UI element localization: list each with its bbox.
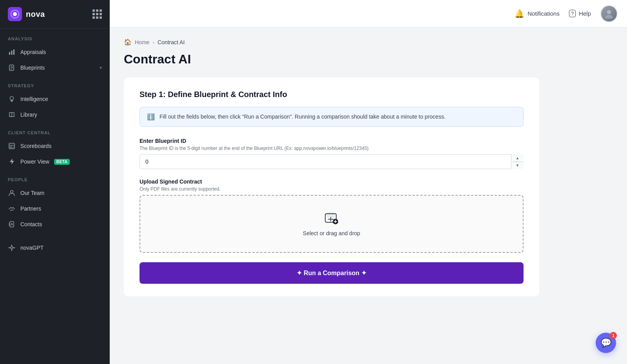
breadcrumb: 🏠 Home › Contract AI <box>124 38 613 46</box>
info-banner: ℹ️ Fill out the fields below, then click… <box>140 107 524 127</box>
sidebar-item-our-team[interactable]: Our Team <box>0 185 110 201</box>
main-content: 🔔 Notifications ? Help 🏠 Home › Contract… <box>110 0 627 364</box>
upload-hint: Only PDF files are currently supported. <box>140 186 524 192</box>
upload-field: Upload Signed Contract Only PDF files ar… <box>140 178 524 253</box>
breadcrumb-current: Contract AI <box>158 39 185 45</box>
sidebar-item-library[interactable]: Library <box>0 107 110 123</box>
lightbulb-icon <box>8 95 16 103</box>
notifications-label: Notifications <box>527 10 560 17</box>
sidebar-item-blueprints[interactable]: Blueprints ▾ <box>0 60 110 76</box>
sidebar-section-title-strategy: STRATEGY <box>0 83 110 91</box>
sidebar-section-people: PEOPLE Our Team Partners Contacts <box>0 169 110 232</box>
logo-text: nova <box>26 10 45 19</box>
book-icon <box>8 64 16 72</box>
contact-book-icon <box>8 220 16 228</box>
user-avatar[interactable] <box>600 5 618 22</box>
page-main: 🏠 Home › Contract AI Contract AI Step 1:… <box>110 27 627 364</box>
step-title: Step 1: Define Blueprint & Contract Info <box>140 90 524 99</box>
upload-label: Upload Signed Contract <box>140 178 524 185</box>
help-button[interactable]: ? Help <box>569 10 591 17</box>
sidebar-item-intelligence[interactable]: Intelligence <box>0 91 110 107</box>
sidebar-item-label-scoreboards: Scoreboards <box>20 143 51 149</box>
upload-icon <box>324 211 339 225</box>
table-icon <box>8 142 16 150</box>
blueprint-id-label: Enter Blueprint ID <box>140 138 524 144</box>
svg-rect-5 <box>13 49 14 55</box>
sidebar: nova ANALYSIS Appraisals Blueprints ▾ ST… <box>0 0 110 364</box>
nova-logo-icon <box>8 7 22 21</box>
grid-menu-icon[interactable] <box>92 9 102 19</box>
breadcrumb-home-link[interactable]: Home <box>135 39 149 45</box>
run-comparison-button[interactable]: ✦ Run a Comparison ✦ <box>140 262 524 284</box>
sidebar-item-novagpt[interactable]: novaGPT <box>0 240 110 256</box>
sidebar-item-label-appraisals: Appraisals <box>20 49 46 55</box>
sparkle-icon-sidebar <box>8 244 16 252</box>
sidebar-item-power-view[interactable]: Power View BETA <box>0 154 110 169</box>
help-icon: ? <box>569 10 576 17</box>
svg-point-22 <box>607 10 611 14</box>
notifications-button[interactable]: 🔔 Notifications <box>515 9 560 18</box>
page-title: Contract AI <box>124 52 613 67</box>
sidebar-item-partners[interactable]: Partners <box>0 201 110 216</box>
open-book-icon <box>8 111 16 119</box>
sidebar-section-strategy: STRATEGY Intelligence Library <box>0 76 110 123</box>
svg-point-2 <box>13 12 17 16</box>
sidebar-section-analysis: ANALYSIS Appraisals Blueprints ▾ <box>0 29 110 76</box>
sidebar-item-label-library: Library <box>20 112 37 118</box>
svg-rect-4 <box>11 50 13 55</box>
blueprint-id-input-wrapper: ▲ ▼ <box>140 154 524 169</box>
sidebar-item-label-contacts: Contacts <box>20 221 42 227</box>
svg-rect-11 <box>9 143 14 149</box>
upload-zone[interactable]: Select or drag and drop <box>140 195 524 253</box>
sidebar-item-label-novagpt: novaGPT <box>20 245 43 251</box>
spinner-up-button[interactable]: ▲ <box>511 154 524 162</box>
sidebar-item-scoreboards[interactable]: Scoreboards <box>0 138 110 154</box>
person-icon <box>8 189 16 197</box>
bolt-icon <box>8 158 16 166</box>
avatar-image <box>601 6 617 22</box>
sidebar-item-label-partners: Partners <box>20 205 41 212</box>
sidebar-section-title-analysis: ANALYSIS <box>0 36 110 44</box>
sidebar-item-label-blueprints: Blueprints <box>20 65 45 71</box>
help-label: Help <box>579 10 591 17</box>
spinner-down-button[interactable]: ▼ <box>511 162 524 169</box>
form-card: Step 1: Define Blueprint & Contract Info… <box>124 77 539 296</box>
sidebar-item-label-our-team: Our Team <box>20 190 44 196</box>
sidebar-item-label-power-view: Power View <box>20 159 49 165</box>
info-icon: ℹ️ <box>147 113 155 121</box>
sidebar-section-title-people: PEOPLE <box>0 177 110 185</box>
sidebar-header: nova <box>0 0 110 29</box>
sidebar-item-contacts[interactable]: Contacts <box>0 216 110 232</box>
svg-point-15 <box>11 191 13 193</box>
beta-badge: BETA <box>54 159 70 165</box>
spinner-buttons: ▲ ▼ <box>511 154 524 169</box>
topbar: 🔔 Notifications ? Help <box>110 0 627 27</box>
handshake-icon <box>8 205 16 213</box>
blueprint-id-hint: The Blueprint ID is the 5-digit number a… <box>140 146 524 151</box>
sidebar-item-appraisals[interactable]: Appraisals <box>0 44 110 60</box>
sidebar-section-client-central: CLIENT CENTRAL Scoreboards Power View BE… <box>0 123 110 169</box>
breadcrumb-separator: › <box>152 39 154 45</box>
blueprint-id-field: Enter Blueprint ID The Blueprint ID is t… <box>140 138 524 169</box>
home-icon: 🏠 <box>124 38 132 46</box>
svg-point-10 <box>10 97 14 100</box>
sidebar-section-title-client-central: CLIENT CENTRAL <box>0 130 110 138</box>
sidebar-section-ai: novaGPT <box>0 232 110 256</box>
chat-badge: 1 <box>610 332 617 339</box>
blueprint-id-input[interactable] <box>140 154 524 169</box>
svg-point-20 <box>11 223 13 224</box>
upload-dnd-label: Select or drag and drop <box>303 230 360 236</box>
chat-icon: 💬 <box>601 338 611 348</box>
bar-chart-icon <box>8 48 16 56</box>
sidebar-logo: nova <box>8 7 45 21</box>
svg-rect-3 <box>9 52 10 55</box>
chevron-down-icon: ▾ <box>100 65 102 70</box>
info-banner-text: Fill out the fields below, then click "R… <box>159 113 446 121</box>
bell-icon: 🔔 <box>515 9 524 18</box>
sidebar-item-label-intelligence: Intelligence <box>20 96 48 102</box>
svg-rect-24 <box>327 212 335 218</box>
run-comparison-label: ✦ Run a Comparison ✦ <box>297 269 366 277</box>
chat-bubble-button[interactable]: 💬 1 <box>596 333 616 353</box>
